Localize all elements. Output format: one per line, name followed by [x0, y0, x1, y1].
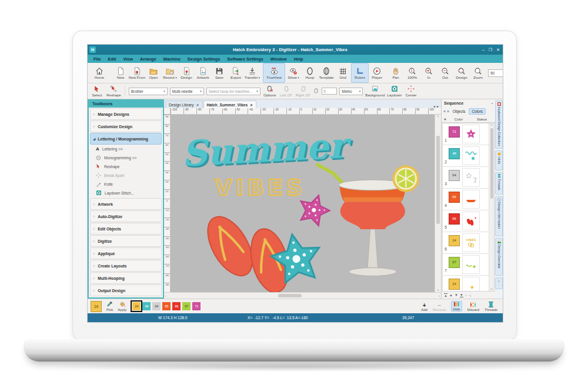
tab-scroll-right-icon[interactable]: ▸: [437, 104, 439, 108]
hoop-toggle[interactable]: Hoop: [302, 63, 318, 83]
maximize-button[interactable]: ❐: [489, 48, 492, 52]
rulers-toggle[interactable]: Rulers: [351, 63, 369, 83]
palette-swatch[interactable]: 65: [162, 302, 171, 310]
units-combo[interactable]: Metric▾: [339, 88, 363, 95]
menu-machine[interactable]: Machine: [163, 56, 181, 62]
show-menu-button[interactable]: Show ▾: [285, 63, 302, 83]
palette-swatch[interactable]: 48: [142, 302, 151, 310]
tab-design-library[interactable]: Design Library✕: [165, 101, 203, 108]
save-button[interactable]: Save: [211, 63, 228, 83]
palette-swatch[interactable]: 71: [192, 302, 201, 310]
machine-brand-combo[interactable]: Brother▾: [129, 88, 168, 95]
canvas-vertical-scrollbar[interactable]: ˄ ˅: [435, 115, 441, 292]
sequence-row[interactable]: 4 65: [443, 189, 489, 210]
sequence-row[interactable]: 8 24: [443, 276, 489, 291]
close-tab-icon[interactable]: ✕: [250, 103, 253, 107]
toolbox-manage-designs[interactable]: ▷Manage Designs: [90, 108, 162, 120]
sequence-row[interactable]: 6 24 VIBES: [443, 232, 489, 254]
tool-lettering[interactable]: A Lettering >>: [89, 145, 163, 153]
toolbox-multi-hooping[interactable]: ▷Multi-Hooping: [90, 272, 162, 284]
remove-color-button[interactable]: − Remove: [433, 303, 446, 312]
sequence-row[interactable]: 2 48: [443, 145, 489, 167]
close-tab-icon[interactable]: ✕: [196, 103, 199, 107]
home-button[interactable]: Home: [89, 63, 110, 83]
scrollbar-thumb[interactable]: [490, 128, 493, 199]
toolbox-artwork[interactable]: ▷Artwork: [90, 198, 162, 210]
toolbox-auto-digitize[interactable]: ▷Auto-Digitize: [90, 210, 162, 222]
scroll-left-icon[interactable]: ‹: [165, 294, 166, 297]
tab-search[interactable]: ⌕: [495, 277, 503, 289]
toolbox-output-design[interactable]: ▷Output Design: [90, 284, 162, 296]
tool-break-apart[interactable]: Break Apart: [89, 171, 163, 180]
scroll-up-icon[interactable]: ˄: [491, 123, 493, 127]
zoom-100-button[interactable]: 1 100%: [404, 63, 420, 83]
palette-swatch[interactable]: 66: [172, 302, 181, 310]
scroll-right-icon[interactable]: ›: [439, 294, 440, 297]
current-color-swatch[interactable]: 24: [91, 301, 102, 312]
threads-button[interactable]: Threads: [485, 302, 497, 312]
sequence-scrollbar[interactable]: ˄ ˅: [489, 123, 494, 291]
trueview-toggle[interactable]: TrueView: [263, 63, 285, 83]
reshape-tool-button[interactable]: Reshape: [106, 85, 121, 97]
scroll-up-icon[interactable]: ˄: [437, 115, 439, 118]
design-library-button[interactable]: Design: [178, 63, 195, 83]
sequence-row[interactable]: 7 67: [443, 254, 489, 276]
template-toggle[interactable]: Template: [318, 63, 335, 83]
recent-button[interactable]: Recent ▾: [162, 63, 178, 83]
rotate-left-15-button[interactable]: Left 15°: [279, 85, 293, 97]
thread-color-chip[interactable]: 65: [449, 192, 460, 203]
menu-software-settings[interactable]: Software Settings: [227, 56, 263, 62]
move-down-button[interactable]: ▼: [455, 293, 458, 297]
background-button[interactable]: Background: [365, 85, 385, 97]
zoom-level-combo[interactable]: 90▾: [488, 69, 503, 77]
tab-objects[interactable]: Objects: [450, 109, 468, 114]
apply-color-button[interactable]: Apply: [118, 301, 126, 312]
toolbox-applique[interactable]: ▷Appliqué: [90, 247, 162, 259]
close-button[interactable]: ✕: [496, 48, 500, 52]
tab-scroll-left-icon[interactable]: ◂: [433, 104, 435, 108]
toolbox-create-layouts[interactable]: ▷Create Layouts: [90, 260, 162, 272]
menu-design-settings[interactable]: Design Settings: [188, 56, 220, 62]
tab-design-information[interactable]: ⓘ Design Information: [495, 196, 503, 236]
design-canvas[interactable]: Summer Summer VIBES: [171, 115, 435, 292]
discard-unused-button[interactable]: Discard: [467, 302, 479, 312]
new-button[interactable]: New: [112, 63, 129, 83]
tab-hints[interactable]: Hints: [495, 150, 503, 170]
pick-color-button[interactable]: Pick: [106, 301, 113, 312]
hoop-select-combo[interactable]: Select hoop for machine...▾: [206, 88, 260, 95]
palette-swatch[interactable]: 67: [182, 302, 191, 310]
artwork-button[interactable]: Artwork: [195, 63, 211, 83]
zoom-out-button[interactable]: Out: [437, 63, 453, 83]
move-to-start-button[interactable]: ▲: [444, 293, 447, 297]
menu-file[interactable]: File: [93, 56, 101, 62]
sequence-expand-button[interactable]: »: [447, 109, 449, 113]
pan-button[interactable]: Pan: [387, 63, 404, 83]
sequence-collapse-button[interactable]: «: [443, 109, 446, 113]
rotate-right-15-button[interactable]: Right 15°: [296, 85, 311, 97]
thread-color-chip[interactable]: 48: [449, 148, 460, 159]
tab-hatch-summer-vibes[interactable]: Hatch_Summer_Vibes✕: [203, 101, 257, 108]
tool-laydown-stitch[interactable]: Laydown Stitch...: [89, 189, 163, 197]
zoom-design-button[interactable]: Design: [453, 63, 470, 83]
sequence-tool-icon[interactable]: ⌕: [465, 293, 467, 297]
move-up-button[interactable]: ▲: [449, 293, 453, 297]
scroll-down-icon[interactable]: ˅: [491, 287, 493, 291]
sequence-tool-icon[interactable]: ∿: [469, 293, 472, 297]
palette-swatch[interactable]: 24: [132, 302, 141, 310]
toolbox-edit-objects[interactable]: ▷Edit Objects: [90, 223, 162, 235]
thread-color-chip[interactable]: 67: [449, 257, 460, 268]
minimize-button[interactable]: –: [482, 48, 485, 52]
menu-window[interactable]: Window: [270, 56, 287, 62]
player-button[interactable]: Player: [369, 63, 385, 83]
thread-color-chip[interactable]: 24: [449, 235, 460, 246]
zoom-tool-button[interactable]: Zoom: [470, 63, 486, 83]
tab-threads[interactable]: Threads: [495, 172, 503, 195]
thread-color-chip[interactable]: 71: [449, 126, 460, 138]
new-from-button[interactable]: New From: [129, 63, 145, 83]
menu-help[interactable]: Help: [294, 56, 303, 62]
laydown-button[interactable]: Laydown: [387, 85, 402, 97]
scrollbar-thumb[interactable]: [436, 136, 440, 224]
add-color-button[interactable]: + Add: [421, 303, 427, 312]
tab-keyboard-design-collection[interactable]: Keyboard Design Collection: [495, 101, 503, 149]
grid-toggle[interactable]: Grid: [335, 63, 351, 83]
